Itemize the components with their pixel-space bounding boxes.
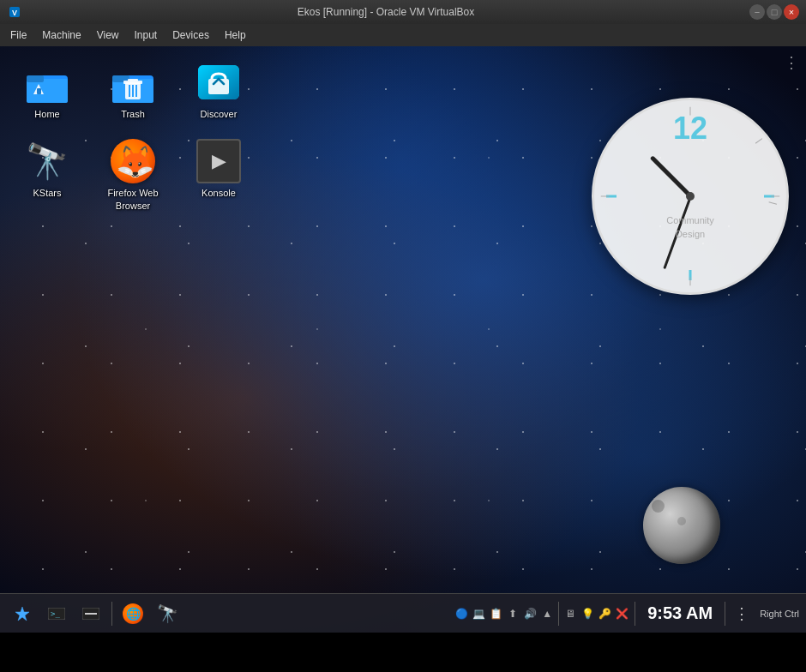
home-icon-img — [25, 60, 69, 105]
svg-marker-24 — [15, 607, 29, 621]
terminal-button-1[interactable]: >_ — [41, 598, 72, 629]
svg-rect-11 — [128, 79, 138, 81]
close-button[interactable]: × — [784, 4, 799, 20]
clock-brand-line2: Design — [676, 229, 705, 239]
maximize-button[interactable]: □ — [767, 4, 782, 20]
terminal-icon-2 — [82, 608, 99, 620]
kstars-taskbar-icon: 🔭 — [157, 603, 178, 624]
svg-rect-3 — [27, 79, 68, 103]
window-title: Ekos [Running] - Oracle VM VirtualBox — [22, 6, 749, 18]
volume-tray-icon[interactable]: 🔊 — [522, 606, 538, 621]
clock-face: 12 — [592, 98, 789, 295]
firefox-taskbar-icon: 🌐 — [123, 603, 143, 624]
trash-icon-item[interactable]: Trash — [94, 55, 171, 125]
display-tray-icon[interactable]: 💻 — [471, 606, 486, 621]
clipboard-tray-icon[interactable]: 📋 — [488, 606, 503, 621]
kstars-icon-label: KStars — [33, 187, 61, 199]
titlebar-controls-right: − □ × — [749, 4, 799, 20]
firefox-taskbar-button[interactable]: 🌐 — [117, 598, 148, 629]
app-launcher-button[interactable] — [7, 598, 38, 629]
taskbar-separator-1 — [111, 602, 112, 626]
firefox-icon-label: Firefox Web Browser — [99, 187, 166, 212]
svg-rect-17 — [208, 79, 229, 94]
svg-text:>_: >_ — [51, 609, 60, 618]
app-launcher-icon — [14, 605, 31, 622]
clock-brand-line1: Community — [666, 215, 714, 225]
kstars-telescope-icon: 🔭 — [25, 139, 69, 183]
menu-devices[interactable]: Devices — [165, 27, 216, 43]
desktop-icons: Home — [9, 55, 257, 225]
trash-icon-label: Trash — [121, 108, 145, 120]
moon-image — [643, 487, 720, 564]
titlebar: V Ekos [Running] - Oracle VM VirtualBox … — [0, 0, 806, 24]
terminal-button-2[interactable] — [75, 598, 106, 629]
menu-file[interactable]: File — [3, 27, 33, 43]
network-tray-icon[interactable]: 🔵 — [454, 606, 469, 621]
discover-icon-item[interactable]: Discover — [180, 55, 257, 125]
clock-widget: 12 — [592, 98, 789, 295]
kstars-taskbar-button[interactable]: 🔭 — [152, 598, 183, 629]
desktop: ⋮ Home — [0, 46, 806, 633]
icon-row-2: 🔭 KStars Firefox Web Browser ▶ Konsole — [9, 134, 257, 217]
konsole-icon-img: ▶ — [196, 139, 241, 183]
taskbar-separator-3 — [635, 602, 635, 626]
kstars-icon-img: 🔭 — [25, 139, 69, 183]
trash-folder-icon — [111, 60, 155, 105]
taskbar-separator-2 — [558, 602, 559, 626]
home-folder-icon — [25, 60, 69, 105]
svg-rect-4 — [27, 75, 44, 82]
clock-brand: Community Design — [666, 214, 714, 241]
virtualbox-icon: V — [8, 5, 21, 19]
titlebar-controls-left: V — [7, 4, 22, 20]
konsole-terminal-icon: ▶ — [196, 139, 241, 183]
discover-icon-img — [196, 60, 241, 105]
discover-app-icon — [196, 60, 241, 105]
menu-machine[interactable]: Machine — [35, 27, 87, 43]
svg-rect-5 — [37, 88, 41, 94]
taskbar-right: 🔵 💻 📋 ⬆ 🔊 ▲ 🖥 💡 🔑 ❌ 9:53 AM ⋮ Right Ctrl — [454, 602, 799, 626]
kstars-icon-item[interactable]: 🔭 KStars — [9, 134, 86, 217]
clock-center-dot — [686, 192, 695, 201]
firefox-icon-img — [111, 139, 155, 183]
terminal-icon-1: >_ — [48, 608, 65, 620]
firefox-icon-item[interactable]: Firefox Web Browser — [94, 134, 171, 217]
konsole-icon-label: Konsole — [202, 187, 236, 199]
taskbar-menu-button[interactable]: ⋮ — [731, 604, 753, 623]
system-tray: 🔵 💻 📋 ⬆ 🔊 ▲ 🖥 💡 🔑 ❌ — [454, 602, 629, 626]
menubar: File Machine View Input Devices Help — [0, 24, 806, 46]
konsole-arrow-icon: ▶ — [212, 150, 226, 172]
menu-view[interactable]: View — [90, 27, 126, 43]
taskbar-clock: 9:53 AM — [641, 603, 719, 623]
menu-input[interactable]: Input — [128, 27, 165, 43]
taskbar-separator-4 — [725, 602, 725, 626]
close-tray-icon[interactable]: ❌ — [614, 606, 629, 621]
desktop-menu-button[interactable]: ⋮ — [784, 53, 799, 72]
chevron-tray-icon[interactable]: ▲ — [539, 606, 555, 621]
svg-text:V: V — [12, 9, 17, 17]
right-ctrl-label: Right Ctrl — [756, 609, 799, 619]
menu-help[interactable]: Help — [218, 27, 253, 43]
svg-line-23 — [769, 199, 777, 207]
icon-row-1: Home — [9, 55, 257, 125]
key-tray-icon[interactable]: 🔑 — [597, 606, 612, 621]
home-icon-label: Home — [34, 108, 59, 120]
svg-line-22 — [755, 137, 762, 146]
minimize-button[interactable]: − — [749, 4, 765, 20]
discover-icon-label: Discover — [201, 108, 238, 120]
home-icon-item[interactable]: Home — [9, 55, 86, 125]
taskbar-left: >_ 🌐 🔭 — [7, 598, 183, 629]
trash-icon-img — [111, 60, 155, 105]
firefox-browser-icon — [111, 139, 155, 183]
monitor1-tray-icon[interactable]: 🖥 — [562, 606, 578, 621]
update-tray-icon[interactable]: ⬆ — [505, 606, 520, 621]
monitor2-tray-icon[interactable]: 💡 — [580, 606, 595, 621]
moon-widget — [643, 487, 720, 564]
taskbar: >_ 🌐 🔭 🔵 💻 📋 ⬆ — [0, 593, 806, 633]
konsole-icon-item[interactable]: ▶ Konsole — [180, 134, 257, 217]
